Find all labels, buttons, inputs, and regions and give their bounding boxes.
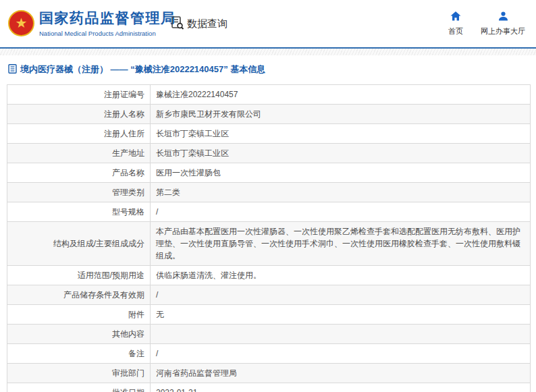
row-value: 豫械注准20222140457 [151, 85, 531, 105]
user-icon [498, 11, 508, 24]
row-label: 备注 [7, 344, 151, 364]
site-title: 国家药品监督管理局 [39, 9, 176, 28]
row-label: 注册证编号 [7, 85, 151, 105]
row-label: 注册人住所 [7, 124, 151, 144]
row-label: 注册人名称 [7, 105, 151, 124]
table-row: 生产地址 长垣市丁栾镇工业区 [7, 144, 531, 163]
table-row: 其他内容 [7, 325, 531, 344]
home-icon [450, 11, 461, 24]
row-value: 新乡市康民卫材开发有限公司 [151, 105, 531, 124]
row-label: 产品储存条件及有效期 [7, 285, 151, 305]
row-value: 医用一次性灌肠包 [151, 163, 531, 183]
table-row: 注册人名称 新乡市康民卫材开发有限公司 [7, 105, 531, 124]
row-value: 长垣市丁栾镇工业区 [151, 144, 531, 163]
row-label: 附件 [7, 305, 151, 325]
row-label: 产品名称 [7, 163, 151, 183]
page-title: 境内医疗器械（注册） —— “豫械注准20222140457” 基本信息 [20, 63, 265, 76]
document-search-icon [170, 16, 185, 32]
data-query-nav[interactable]: 数据查询 [170, 16, 227, 32]
table-row: 批准日期 2022-01-21 [7, 383, 531, 392]
table-row: 备注 / [7, 344, 531, 364]
row-label: 批准日期 [7, 383, 151, 392]
row-value: / [151, 285, 531, 305]
row-label: 结构及组成/主要组成成分 [7, 222, 151, 266]
row-label: 型号规格 [7, 202, 151, 222]
row-value: 2022-01-21 [151, 383, 531, 392]
brand-block: 国家药品监督管理局 National Medical Products Admi… [39, 9, 176, 37]
row-value: 长垣市丁栾镇工业区 [151, 124, 531, 144]
row-label: 管理类别 [7, 183, 151, 202]
row-label: 审批部门 [7, 364, 151, 383]
row-label: 适用范围/预期用途 [7, 266, 151, 285]
registration-info-table: 注册证编号 豫械注准20222140457 注册人名称 新乡市康民卫材开发有限公… [7, 84, 531, 392]
nav-item-online-hall[interactable]: 网上办事大厅 [481, 11, 525, 36]
document-icon [8, 64, 17, 76]
row-value: / [151, 344, 531, 364]
breadcrumb: 境内医疗器械（注册） —— “豫械注准20222140457” 基本信息 [0, 57, 536, 82]
hatched-band [0, 49, 536, 57]
table-row: 附件 无 [7, 305, 531, 325]
table-row: 审批部门 河南省药品监督管理局 [7, 364, 531, 383]
national-emblem-logo: ★ [8, 10, 34, 36]
top-nav: 首页 网上办事大厅 [448, 11, 525, 36]
table-row: 注册人住所 长垣市丁栾镇工业区 [7, 124, 531, 144]
table-row: 注册证编号 豫械注准20222140457 [7, 85, 531, 105]
row-value: 河南省药品监督管理局 [151, 364, 531, 383]
row-label: 生产地址 [7, 144, 151, 163]
row-value: 无 [151, 305, 531, 325]
row-label: 其他内容 [7, 325, 151, 344]
table-row: 结构及组成/主要组成成分 本产品由基本配置医用一次性灌肠器、一次性使用聚乙烯检查… [7, 222, 531, 266]
site-header: ★ 国家药品监督管理局 National Medical Products Ad… [0, 0, 536, 47]
site-subtitle: National Medical Products Administration [39, 30, 176, 37]
row-value [151, 325, 531, 344]
emblem-star-icon: ★ [16, 16, 28, 30]
row-value: 第二类 [151, 183, 531, 202]
nav-home-label: 首页 [448, 26, 463, 36]
row-value: 本产品由基本配置医用一次性灌肠器、一次性使用聚乙烯检查手套和选配配置医用无纺布敷… [151, 222, 531, 266]
table-row: 型号规格 / [7, 202, 531, 222]
row-value: 供临床肠道清洗、灌注使用。 [151, 266, 531, 285]
table-row: 产品名称 医用一次性灌肠包 [7, 163, 531, 183]
data-query-label: 数据查询 [187, 18, 227, 30]
row-value: / [151, 202, 531, 222]
table-row: 适用范围/预期用途 供临床肠道清洗、灌注使用。 [7, 266, 531, 285]
table-row: 管理类别 第二类 [7, 183, 531, 202]
table-row: 产品储存条件及有效期 / [7, 285, 531, 305]
nav-item-home[interactable]: 首页 [448, 11, 463, 36]
nav-online-hall-label: 网上办事大厅 [481, 26, 525, 36]
